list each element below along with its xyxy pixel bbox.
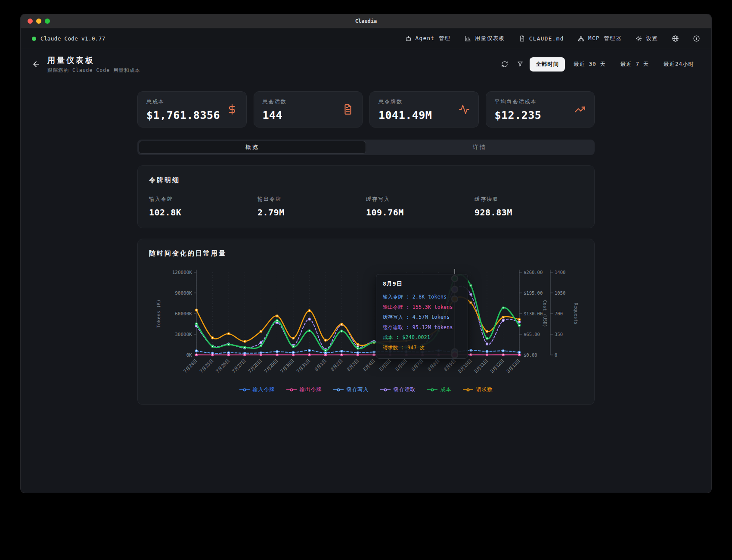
usage-chart-title: 随时间变化的日常用量 xyxy=(149,249,583,258)
token-label: 输入令牌 xyxy=(149,196,257,203)
app-window: Claudia Claude Code v1.0.77 Agent 管理 用量仪… xyxy=(21,14,711,493)
nav-item-claude-md[interactable]: CLAUDE.md xyxy=(519,35,564,42)
page-title-block: 用量仪表板 跟踪您的 Claude Code 用量和成本 xyxy=(47,55,492,74)
legend-item[interactable]: 缓存写入 xyxy=(333,386,369,393)
legend-item[interactable]: 输入令牌 xyxy=(239,386,275,393)
trending-up-icon xyxy=(574,104,586,115)
tooltip-row: 输出令牌 : 155.3K tokens xyxy=(383,302,461,313)
tooltip-row: 请求数 : 947 次 xyxy=(383,343,461,353)
stat-value: 1041.49M xyxy=(378,109,470,121)
network-icon xyxy=(578,35,584,42)
token-breakdown-panel: 令牌明细 输入令牌 102.8K 输出令牌 2.79M 缓存写入 109.76M… xyxy=(137,165,595,228)
svg-text:8月10日: 8月10日 xyxy=(457,358,473,374)
svg-text:8月8日: 8月8日 xyxy=(427,358,440,372)
stat-card-total-sessions: 总会话数 144 xyxy=(254,91,363,128)
nav-item-usage-dashboard[interactable]: 用量仪表板 xyxy=(465,35,505,42)
svg-text:1400: 1400 xyxy=(555,270,565,275)
token-value: 928.83M xyxy=(475,207,583,218)
maximize-window-button[interactable] xyxy=(45,19,50,24)
svg-text:8月4日: 8月4日 xyxy=(362,358,376,372)
stat-card-total-tokens: 总令牌数 1041.49M xyxy=(369,91,479,128)
usage-chart-svg[interactable]: 0K30000K60000K90000K120000KTokens (K)$0.… xyxy=(149,265,584,384)
token-breakdown-item: 缓存写入 109.76M xyxy=(366,196,475,218)
tooltip-date: 8月9日 xyxy=(383,280,461,288)
nav-item-label: Agent 管理 xyxy=(416,35,451,42)
nav-item-settings[interactable]: 设置 xyxy=(636,35,658,42)
token-label: 缓存写入 xyxy=(366,196,475,203)
svg-text:Requests: Requests xyxy=(574,303,579,325)
tooltip-row: 成本 : $240.0021 xyxy=(383,333,461,343)
token-label: 缓存读取 xyxy=(475,196,583,203)
minimize-window-button[interactable] xyxy=(36,19,41,24)
svg-text:8月2日: 8月2日 xyxy=(330,358,344,372)
token-breakdown-item: 缓存读取 928.83M xyxy=(475,196,583,218)
page-subtitle: 跟踪您的 Claude Code 用量和成本 xyxy=(47,67,492,74)
svg-text:$65.00: $65.00 xyxy=(524,332,540,337)
refresh-button[interactable] xyxy=(499,58,511,70)
time-filter-3[interactable]: 最近24小时 xyxy=(658,57,700,72)
svg-text:7月25日: 7月25日 xyxy=(199,358,214,374)
stat-label: 总成本 xyxy=(146,98,238,106)
time-filter-0[interactable]: 全部时间 xyxy=(530,57,565,72)
stat-card-avg-cost: 平均每会话成本 $12.235 xyxy=(486,91,595,128)
svg-text:$260.00: $260.00 xyxy=(524,270,543,275)
svg-text:0K: 0K xyxy=(186,352,192,358)
robot-icon xyxy=(405,35,412,42)
svg-text:0: 0 xyxy=(555,352,557,358)
close-window-button[interactable] xyxy=(28,19,33,24)
legend-item[interactable]: 输出令牌 xyxy=(286,386,322,393)
tooltip-row: 缓存读取 : 95.12M tokens xyxy=(383,323,461,333)
usage-chart-panel: 随时间变化的日常用量 0K30000K60000K90000K120000KTo… xyxy=(137,239,595,405)
globe-icon xyxy=(672,35,679,42)
filter-button[interactable] xyxy=(514,58,526,70)
back-button[interactable] xyxy=(32,60,40,68)
svg-text:Tokens (K): Tokens (K) xyxy=(156,299,161,328)
token-value: 102.8K xyxy=(149,207,257,218)
nav-item-label: 用量仪表板 xyxy=(475,35,505,42)
token-breakdown-title: 令牌明细 xyxy=(149,176,583,184)
info-button[interactable] xyxy=(693,35,700,42)
svg-text:8月13日: 8月13日 xyxy=(506,358,521,374)
svg-text:8月1日: 8月1日 xyxy=(313,358,327,372)
stat-value: 144 xyxy=(263,109,354,121)
svg-text:7月29日: 7月29日 xyxy=(263,358,279,374)
tab-overview[interactable]: 概览 xyxy=(139,141,366,154)
legend-marker-icon xyxy=(380,388,391,392)
legend-marker-icon xyxy=(427,388,437,392)
svg-text:90000K: 90000K xyxy=(175,290,192,296)
svg-text:$130.00: $130.00 xyxy=(524,311,543,316)
tooltip-row: 输入令牌 : 2.8K tokens xyxy=(383,292,461,302)
stat-label: 总令牌数 xyxy=(378,98,470,106)
window-title: Claudia xyxy=(355,18,377,24)
file-icon xyxy=(519,35,525,42)
top-nav: Agent 管理 用量仪表板 CLAUDE.md MCP 管理器 设置 xyxy=(405,35,701,42)
nav-item-agents[interactable]: Agent 管理 xyxy=(405,35,451,42)
legend-item[interactable]: 成本 xyxy=(427,386,452,393)
bar-chart-icon xyxy=(465,35,471,42)
token-breakdown-item: 输入令牌 102.8K xyxy=(149,196,257,218)
svg-text:30000K: 30000K xyxy=(175,332,192,337)
time-filter-2[interactable]: 最近 7 天 xyxy=(614,57,655,72)
legend-item[interactable]: 请求数 xyxy=(463,386,493,393)
token-label: 输出令牌 xyxy=(257,196,366,203)
svg-text:1050: 1050 xyxy=(555,290,565,296)
token-value: 109.76M xyxy=(366,207,475,218)
stat-card-total-cost: 总成本 $1,761.8356 xyxy=(137,91,247,128)
gear-icon xyxy=(636,35,642,42)
nav-item-mcp-manager[interactable]: MCP 管理器 xyxy=(578,35,622,42)
svg-text:8月12日: 8月12日 xyxy=(489,358,505,374)
tab-details[interactable]: 详情 xyxy=(366,141,593,154)
svg-text:$0.00: $0.00 xyxy=(524,352,537,358)
status-dot-icon xyxy=(32,37,36,41)
legend-marker-icon xyxy=(333,388,344,392)
main-content: 总成本 $1,761.8356 总会话数 144 总令牌数 1041.49M 平… xyxy=(137,91,595,405)
activity-icon xyxy=(459,104,470,115)
svg-text:8月9日: 8月9日 xyxy=(443,358,456,372)
svg-text:7月28日: 7月28日 xyxy=(247,358,263,374)
legend-marker-icon xyxy=(463,388,473,392)
svg-text:7月26日: 7月26日 xyxy=(215,358,231,374)
legend-item[interactable]: 缓存读取 xyxy=(380,386,416,393)
language-button[interactable] xyxy=(672,35,679,42)
time-filter-1[interactable]: 最近 30 天 xyxy=(568,57,612,72)
titlebar: Claudia xyxy=(21,14,711,28)
